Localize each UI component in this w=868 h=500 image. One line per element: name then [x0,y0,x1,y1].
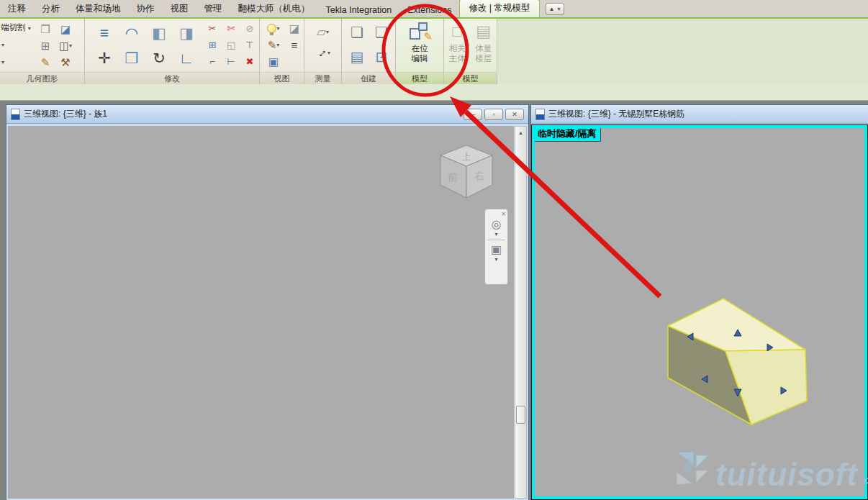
mass-floors-button[interactable]: ▤ 体量楼层 [471,20,497,71]
viewcube[interactable]: 上 前 右 [432,142,501,205]
temp-hide-isolate-frame[interactable]: 临时隐藏/隔离 [532,125,867,499]
edit-in-place-button[interactable]: ✎ 在位编辑 [399,20,440,71]
hide-elements-button[interactable]: ▾ [263,20,284,37]
temp-hide-isolate-badge: 临时隐藏/隔离 [534,127,600,141]
split-with-gap-icon[interactable]: ✄ [222,20,240,37]
vertical-scrollbar[interactable]: ▲ [515,126,527,499]
align-icon[interactable]: ≡ [91,20,118,45]
chevron-down-icon: ▾ [28,25,31,32]
offset-icon[interactable]: ◠ [118,20,145,45]
edit-in-place-icon: ✎ [410,22,430,41]
linework-icon[interactable]: ≡ [284,37,304,53]
navigation-bar[interactable]: ✕ ◎ ▾ ▣ ▾ [484,209,508,285]
modify-small-icons: ✂ ✄ ⊘ ⊞ ◱ ⊤ ⌐ ⊢ ✖ [203,20,259,71]
ruler-cube-button[interactable]: ▱ ▾ [317,24,329,40]
chevron-down-icon[interactable]: ▾ [494,256,497,263]
right-window-title: 三维视图: {三维} - 无锡别墅E栋钢筋 [548,108,864,120]
chevron-down-icon: ▾ [69,42,72,49]
left-window-body: 上 前 右 ✕ ◎ ▾ ▣ ▾ ▲ [6,124,528,500]
panel-label-create[interactable]: 创建 [342,72,395,84]
chevron-down-icon: ▾ [276,25,279,32]
cope-icon[interactable]: ❐ [36,21,55,37]
panel-geometry: 端切割 ▾ ▾ ▾ ❐ ◪ ⊞ ◫ ▾ ✎ ⚒ 几何图形 [0,19,85,84]
ribbon-collapse-button[interactable]: ▲ ▾ [546,3,564,15]
revit-application: 注释 分析 体量和场地 协作 视图 管理 翻模大师（机电） Tekla Inte… [0,0,868,500]
chevron-down-icon[interactable]: ▾ [1,42,4,48]
tab-view[interactable]: 视图 [163,0,196,17]
delete-icon[interactable]: ✖ [240,53,259,70]
pin-icon[interactable]: ⊤ [240,37,259,53]
rvt-file-icon [535,109,545,120]
tab-collaborate[interactable]: 协作 [129,0,163,17]
panel-label-modify[interactable]: 修改 [85,72,259,84]
related-host-button[interactable]: □ 相关主体 [444,20,470,71]
section-box-icon[interactable]: ▣ [263,53,284,70]
cut-dropdown-label: 端切割 [1,23,26,32]
mirror-draw-axis-icon[interactable]: ◨ [173,20,200,45]
viewcube-front-label: 前 [448,171,458,183]
restore-button[interactable]: ▫ [484,109,503,120]
cut-geometry-cube-icon[interactable]: ◪ [55,21,76,37]
override-graphics-button[interactable]: ✎ ▾ [263,37,284,53]
assembly-icon: ❏ [375,24,388,41]
edit-profile-pencil-icon[interactable]: ✎ [36,54,55,71]
navbar-close-icon[interactable]: ✕ [501,211,506,217]
chevron-down-icon[interactable]: ▾ [1,59,4,65]
close-button[interactable]: ✕ [505,109,524,120]
panel-label-measure[interactable]: 测量 [304,72,341,84]
mirror-pick-axis-icon[interactable]: ◧ [145,20,173,45]
measure-button[interactable]: ↔ ▾ [315,45,330,60]
wall-join-icon[interactable]: ◫ ▾ [55,37,76,54]
rotate-icon[interactable]: ↻ [145,45,173,71]
minimize-button[interactable]: ─ [464,109,482,120]
ruler-cube-icon: ▱ [317,24,326,40]
left-window-titlebar[interactable]: 三维视图: {三维} - 族1 ─ ▫ ✕ [6,105,528,124]
panel-label-model[interactable]: 模型 [396,72,443,84]
move-icon[interactable]: ✛ [91,45,118,71]
right-window-titlebar[interactable]: 三维视图: {三维} - 无锡别墅E栋钢筋 [531,105,868,124]
scrollbar-thumb[interactable] [516,406,525,424]
navbar-divider [487,240,505,240]
beam-join-icon[interactable]: ⊞ [36,37,55,54]
demolish-hammer-icon[interactable]: ⚒ [55,54,76,71]
tab-manage[interactable]: 管理 [196,0,230,17]
panel-label-view[interactable]: 视图 [260,72,304,84]
right-view-window[interactable]: 三维视图: {三维} - 无锡别墅E栋钢筋 临时隐藏/隔离 [530,104,868,500]
tab-modify-generic-model[interactable]: 修改 | 常规模型 [459,0,539,17]
tab-annotate[interactable]: 注释 [0,0,34,17]
create-similar-icon[interactable]: ⊡ [369,45,394,69]
create-parts-icon[interactable]: ▤ [345,45,369,69]
scrollbar-up-button[interactable]: ▲ [515,127,526,138]
tab-extensions[interactable]: Extensions [399,2,459,17]
view-icon-grid: ▾ ◪ ✶ ✎ ▾ ≡ ▣ [260,20,304,70]
watermark: tuituisoft .com [672,450,868,488]
extend-multiple-icon[interactable]: ⊢ [222,53,240,70]
zoom-region-icon[interactable]: ▣ [491,242,502,256]
wall-join-glyph: ◫ [59,40,69,53]
create-group-icon[interactable]: ❏ [345,20,369,45]
left-view-window[interactable]: 三维视图: {三维} - 族1 ─ ▫ ✕ 上 前 右 [6,104,529,500]
tab-fanmo-master-mep[interactable]: 翻模大师（机电） [230,0,318,17]
tab-analyze[interactable]: 分析 [34,0,68,17]
trim-corner-icon[interactable]: ⌐ [203,53,222,70]
panel-view: ▾ ◪ ✶ ✎ ▾ ≡ ▣ 视图 [260,19,304,84]
create-assembly-button[interactable]: ❏ ✶ [369,20,394,45]
measure-arrow-icon: ↔ [312,43,330,62]
panel-label-geometry[interactable]: 几何图形 [0,72,84,84]
array-icon[interactable]: ⊞ [203,37,222,53]
create-icon-grid: ❏ ❏ ✶ ▤ ⊡ [342,20,395,69]
panel-label-model-2[interactable]: 模型 [444,72,497,84]
trim-extend-icon[interactable]: ∟ [173,45,200,71]
left-view-canvas[interactable]: 上 前 右 ✕ ◎ ▾ ▣ ▾ [8,126,514,499]
render-button[interactable]: ◪ ✶ [284,20,304,37]
tab-massing-site[interactable]: 体量和场地 [68,0,129,17]
generic-model-box[interactable] [647,288,836,440]
scale-icon[interactable]: ◱ [222,37,240,53]
steering-wheel-icon[interactable]: ◎ [492,217,502,231]
split-element-icon[interactable]: ✂ [203,20,222,37]
cut-dropdown-button[interactable]: 端切割 ▾ [1,22,31,33]
tab-tekla-integration[interactable]: Tekla Integration [318,2,400,17]
unpin-icon[interactable]: ⊘ [240,20,259,37]
copy-icon[interactable]: ❐ [118,45,145,71]
chevron-down-icon[interactable]: ▾ [494,231,497,237]
